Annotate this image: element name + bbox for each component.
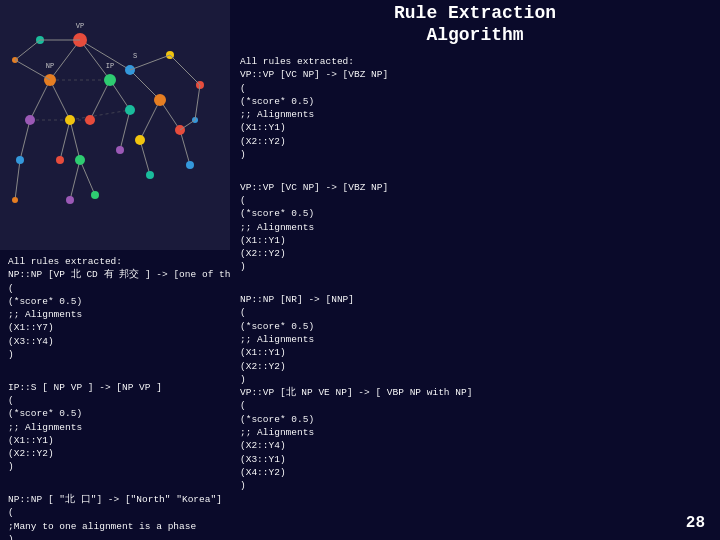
svg-point-28 bbox=[65, 115, 75, 125]
right-rule-line: ( bbox=[240, 194, 710, 207]
right-rule-line: (X1::Y1) bbox=[240, 346, 710, 359]
title-line2: Algorithm bbox=[426, 25, 523, 45]
title-area: Rule Extraction Algorithm bbox=[230, 0, 720, 50]
left-rule-line: NP::NP [VP 北 CD 有 邦交 ] -> [one of the CD… bbox=[8, 268, 222, 281]
right-rule-line bbox=[240, 167, 710, 180]
right-rule-line: ( bbox=[240, 399, 710, 412]
svg-point-30 bbox=[125, 105, 135, 115]
left-rule-block-1: All rules extracted: NP::NP [VP 北 CD 有 邦… bbox=[8, 255, 222, 361]
svg-point-25 bbox=[104, 74, 116, 86]
title-line1: Rule Extraction bbox=[394, 3, 556, 23]
left-rule-line: ;; Alignments bbox=[8, 308, 222, 321]
right-rule-block-3: NP::NP [NR] -> [NNP] ( (*score* 0.5) ;; … bbox=[240, 280, 710, 493]
svg-point-38 bbox=[186, 161, 194, 169]
right-rule-line: (*score* 0.5) bbox=[240, 320, 710, 333]
left-rule-line: (X2::Y2) bbox=[8, 447, 222, 460]
svg-text:VP: VP bbox=[76, 22, 84, 30]
dependency-graph: VP NP IP S bbox=[0, 0, 230, 250]
left-rule-line: ) bbox=[8, 348, 222, 361]
page-number: 28 bbox=[686, 514, 705, 532]
right-rule-line: ) bbox=[240, 479, 710, 492]
left-rule-line: ;; Alignments bbox=[8, 421, 222, 434]
svg-point-35 bbox=[116, 146, 124, 154]
left-rules-panel: All rules extracted: NP::NP [VP 北 CD 有 邦… bbox=[0, 250, 230, 540]
right-rule-line: (X2::Y2) bbox=[240, 135, 710, 148]
right-rule-line: (*score* 0.5) bbox=[240, 413, 710, 426]
svg-text:S: S bbox=[133, 52, 137, 60]
right-rule-line: VP::VP [北 NP VE NP] -> [ VBP NP with NP] bbox=[240, 386, 710, 399]
left-rule-line: All rules extracted: bbox=[8, 255, 222, 268]
left-rule-line: ) bbox=[8, 460, 222, 473]
svg-point-33 bbox=[56, 156, 64, 164]
svg-point-34 bbox=[75, 155, 85, 165]
right-rule-line: (X2::Y2) bbox=[240, 360, 710, 373]
right-rule-line: ;; Alignments bbox=[240, 333, 710, 346]
svg-text:IP: IP bbox=[106, 62, 114, 70]
right-rule-line: (*score* 0.5) bbox=[240, 207, 710, 220]
right-rule-line: (*score* 0.5) bbox=[240, 95, 710, 108]
svg-point-32 bbox=[16, 156, 24, 164]
right-rule-line: (X2::Y4) bbox=[240, 439, 710, 452]
left-rule-line: ( bbox=[8, 282, 222, 295]
svg-point-29 bbox=[85, 115, 95, 125]
right-rule-line: ( bbox=[240, 82, 710, 95]
svg-point-42 bbox=[91, 191, 99, 199]
right-rule-line: ) bbox=[240, 260, 710, 273]
slide-title: Rule Extraction Algorithm bbox=[394, 3, 556, 46]
right-rule-line: (X4::Y2) bbox=[240, 466, 710, 479]
right-rule-line: ) bbox=[240, 373, 710, 386]
svg-text:NP: NP bbox=[46, 62, 54, 70]
right-rule-line: (X2::Y2) bbox=[240, 247, 710, 260]
left-rule-line bbox=[8, 367, 222, 380]
svg-point-41 bbox=[66, 196, 74, 204]
left-rule-block-2: IP::S [ NP VP ] -> [NP VP ] ( (*score* 0… bbox=[8, 367, 222, 473]
left-rule-line: (*score* 0.5) bbox=[8, 407, 222, 420]
svg-point-31 bbox=[154, 94, 166, 106]
right-rule-line bbox=[240, 280, 710, 293]
left-rule-line: ) bbox=[8, 533, 222, 540]
right-rule-line: NP::NP [NR] -> [NNP] bbox=[240, 293, 710, 306]
left-rule-line: ( bbox=[8, 506, 222, 519]
graph-area: VP NP IP S bbox=[0, 0, 230, 250]
left-rule-line: NP::NP [ "北 口"] -> ["North" "Korea"] bbox=[8, 493, 222, 506]
left-rule-line: (X1::Y7) bbox=[8, 321, 222, 334]
right-rule-line: VP::VP [VC NP] -> [VBZ NP] bbox=[240, 181, 710, 194]
left-rule-line bbox=[8, 480, 222, 493]
left-rule-line: ( bbox=[8, 394, 222, 407]
left-rule-line: (X1::Y1) bbox=[8, 434, 222, 447]
left-rule-block-3: NP::NP [ "北 口"] -> ["North" "Korea"] ( ;… bbox=[8, 480, 222, 540]
right-rule-line: ) bbox=[240, 148, 710, 161]
svg-point-36 bbox=[135, 135, 145, 145]
right-rule-line: (X1::Y1) bbox=[240, 234, 710, 247]
right-rule-line: All rules extracted: bbox=[240, 55, 710, 68]
svg-point-40 bbox=[12, 197, 18, 203]
left-rule-line: IP::S [ NP VP ] -> [NP VP ] bbox=[8, 381, 222, 394]
svg-point-39 bbox=[146, 171, 154, 179]
right-rule-line: ( bbox=[240, 306, 710, 319]
right-rules-panel: All rules extracted: VP::VP [VC NP] -> [… bbox=[230, 50, 720, 540]
right-rule-block-2: VP::VP [VC NP] -> [VBZ NP] ( (*score* 0.… bbox=[240, 167, 710, 273]
svg-rect-0 bbox=[0, 0, 230, 250]
right-rule-line: ;; Alignments bbox=[240, 108, 710, 121]
left-rule-line: (*score* 0.5) bbox=[8, 295, 222, 308]
right-rule-line: (X3::Y1) bbox=[240, 453, 710, 466]
right-rule-line: VP::VP [VC NP] -> [VBZ NP] bbox=[240, 68, 710, 81]
svg-point-27 bbox=[25, 115, 35, 125]
right-rule-line: ;; Alignments bbox=[240, 426, 710, 439]
right-rule-line: (X1::Y1) bbox=[240, 121, 710, 134]
right-rule-line: ;; Alignments bbox=[240, 221, 710, 234]
left-rule-line: ;Many to one alignment is a phase bbox=[8, 520, 222, 533]
right-rule-block-1: All rules extracted: VP::VP [VC NP] -> [… bbox=[240, 55, 710, 161]
left-rule-line: (X3::Y4) bbox=[8, 335, 222, 348]
